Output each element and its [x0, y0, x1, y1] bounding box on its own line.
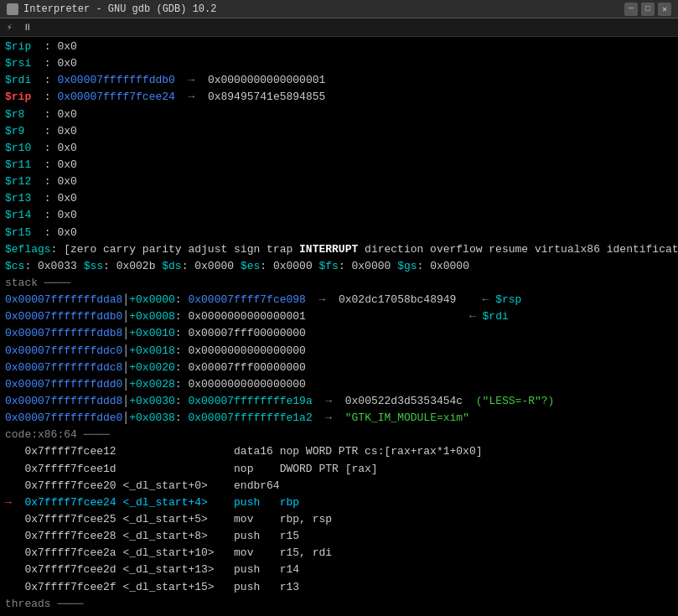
terminal-icon — [7, 3, 18, 15]
minimize-button[interactable]: ─ — [624, 3, 638, 16]
code-3: → 0x7ffff7fcee24 <_dl_start+4> push rbp — [5, 494, 673, 511]
title-bar: Interpreter - GNU gdb (GDB) 10.2 ─ □ ✕ — [0, 0, 678, 18]
reg-r14-line: $r14 : 0x0 — [5, 207, 673, 224]
stack-0: 0x00007fffffffdda8│+0x0000: 0x00007ffff7… — [5, 292, 673, 308]
code-8: 0x7ffff7fcee2f <_dl_start+15> push r13 — [5, 579, 673, 596]
stack-1: 0x00007fffffffddb0│+0x0008: 0x0000000000… — [5, 308, 673, 325]
main-content: $rip : 0x0 $rsi : 0x0 $rdi : 0x00007ffff… — [0, 37, 678, 616]
reg-r8-line: $r8 : 0x0 — [5, 106, 673, 123]
toolbar-pause-button[interactable]: ⏸ — [19, 21, 35, 34]
code-header: code:x86:64 ──── — [5, 427, 673, 443]
reg-rip-line: $rip : 0x0 — [5, 39, 673, 55]
window-title: Interpreter - GNU gdb (GDB) 10.2 — [23, 3, 216, 15]
title-left: Interpreter - GNU gdb (GDB) 10.2 — [7, 3, 216, 15]
code-1: 0x7ffff7fcee1d nop DWORD PTR [rax] — [5, 461, 673, 478]
reg-r12-line: $r12 : 0x0 — [5, 173, 673, 190]
code-6: 0x7ffff7fcee2a <_dl_start+10> mov r15, r… — [5, 545, 673, 562]
code-0: 0x7ffff7fcee12 data16 nop WORD PTR cs:[r… — [5, 443, 673, 460]
toolbar-run-button[interactable]: ⚡ — [3, 21, 16, 34]
stack-header: stack ──── — [5, 275, 673, 292]
reg-r13-line: $r13 : 0x0 — [5, 190, 673, 207]
stack-3: 0x00007fffffffddc0│+0x0018: 0x0000000000… — [5, 343, 673, 360]
maximize-button[interactable]: □ — [641, 3, 655, 16]
code-4: 0x7ffff7fcee25 <_dl_start+5> mov rbp, rs… — [5, 511, 673, 528]
threads-header: threads ──── — [5, 596, 673, 613]
code-5: 0x7ffff7fcee28 <_dl_start+8> push r15 — [5, 528, 673, 545]
eflags-line: $eflags: [zero carry parity adjust sign … — [5, 241, 673, 258]
segments-line: $cs: 0x0033 $ss: 0x002b $ds: 0x0000 $es:… — [5, 258, 673, 275]
stack-6: 0x00007fffffffddd8│+0x0030: 0x00007fffff… — [5, 393, 673, 410]
stack-5: 0x00007fffffffddd0│+0x0028: 0x0000000000… — [5, 376, 673, 393]
code-2: 0x7ffff7fcee20 <_dl_start+0> endbr64 — [5, 478, 673, 494]
stack-7: 0x00007fffffffdde0│+0x0038: 0x00007fffff… — [5, 410, 673, 427]
close-button[interactable]: ✕ — [658, 3, 671, 16]
reg-r9-line: $r9 : 0x0 — [5, 123, 673, 140]
stack-4: 0x00007fffffffddc8│+0x0020: 0x00007fff00… — [5, 360, 673, 376]
title-buttons[interactable]: ─ □ ✕ — [624, 3, 671, 16]
reg-rdi-line: $rdi : 0x00007fffffffddb0 → 0x0000000000… — [5, 72, 673, 89]
reg-r10-line: $r10 : 0x0 — [5, 140, 673, 157]
reg-rsi-line: $rsi : 0x0 — [5, 55, 673, 72]
reg-r15-line: $r15 : 0x0 — [5, 225, 673, 241]
threads-0: [#0] Id 1, Name: "example", stopped 0x7f… — [5, 613, 673, 616]
stack-2: 0x00007fffffffddb8│+0x0010: 0x00007fff00… — [5, 325, 673, 342]
reg-rip2-line: $rip : 0x00007ffff7fcee24 → 0x89495741e5… — [5, 89, 673, 106]
toolbar: ⚡ ⏸ — [0, 18, 678, 37]
reg-r11-line: $r11 : 0x0 — [5, 157, 673, 173]
code-7: 0x7ffff7fcee2d <_dl_start+13> push r14 — [5, 562, 673, 578]
